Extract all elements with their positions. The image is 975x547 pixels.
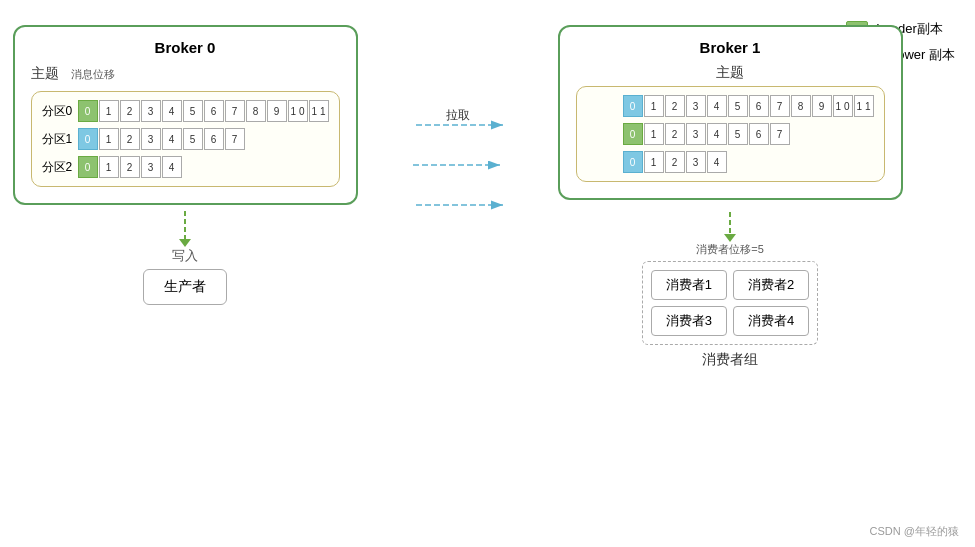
- broker1-partition1-row: 01234567: [587, 123, 874, 145]
- cell: 6: [204, 100, 224, 122]
- broker0-partition2-row: 分区2 01234: [42, 156, 329, 178]
- broker0-topic-inner: 分区0 01234567891 01 1 分区1 01234567 分区2 01…: [31, 91, 340, 187]
- cell: 3: [141, 128, 161, 150]
- cell: 3: [686, 95, 706, 117]
- cell: 1 0: [288, 100, 308, 122]
- consumer3-box: 消费者3: [651, 306, 727, 336]
- broker1-partition0-row: 01234567891 01 1: [587, 95, 874, 117]
- cell: 5: [728, 95, 748, 117]
- cell: 0: [623, 95, 643, 117]
- cell: 3: [141, 156, 161, 178]
- cell: 2: [665, 123, 685, 145]
- cell: 1: [644, 95, 664, 117]
- cell: 4: [162, 128, 182, 150]
- cell: 7: [770, 95, 790, 117]
- write-label: 写入: [172, 247, 198, 265]
- cell: 3: [686, 151, 706, 173]
- broker0-partition2-cells: 01234: [78, 156, 182, 178]
- cell: 7: [770, 123, 790, 145]
- producer-box: 生产者: [143, 269, 227, 305]
- cell: 1 1: [854, 95, 874, 117]
- consumer-offset-arrow-svg: [720, 212, 740, 242]
- broker0-partition1-label: 分区1: [42, 131, 78, 148]
- cell: 0: [78, 100, 98, 122]
- consumer4-box: 消费者4: [733, 306, 809, 336]
- broker1-partition1-cells: 01234567: [623, 123, 790, 145]
- main-container: Leader副本 Follower 副本 Broker 0 主题 消息位移: [0, 0, 975, 547]
- consumer-group-label: 消费者组: [702, 351, 758, 369]
- cell: 2: [120, 100, 140, 122]
- cell: 4: [707, 123, 727, 145]
- cell: 8: [791, 95, 811, 117]
- cell: 4: [707, 151, 727, 173]
- consumer-group-area: 消费者位移=5 消费者1 消费者2 消费者3 消费者4 消费者组: [642, 208, 818, 369]
- broker0-title: Broker 0: [31, 39, 340, 56]
- broker0-topic-label: 主题: [31, 65, 59, 83]
- consumer-offset-label: 消费者位移=5: [696, 242, 764, 257]
- svg-text:拉取: 拉取: [446, 108, 470, 122]
- svg-marker-7: [724, 234, 736, 242]
- cell: 1: [644, 123, 664, 145]
- cell: 2: [665, 151, 685, 173]
- consumer1-box: 消费者1: [651, 270, 727, 300]
- cell: 7: [225, 100, 245, 122]
- cell: 5: [183, 100, 203, 122]
- broker0-partition0-row: 分区0 01234567891 01 1: [42, 100, 329, 122]
- consumers-grid: 消费者1 消费者2 消费者3 消费者4: [642, 261, 818, 345]
- cell: 4: [162, 156, 182, 178]
- broker1-title: Broker 1: [576, 39, 885, 56]
- cell: 8: [246, 100, 266, 122]
- cell: 1 0: [833, 95, 853, 117]
- broker0-partition2-label: 分区2: [42, 159, 78, 176]
- cell: 7: [225, 128, 245, 150]
- broker0-partition1-cells: 01234567: [78, 128, 245, 150]
- cell: 3: [141, 100, 161, 122]
- footer: CSDN @年轻的猿: [870, 524, 959, 539]
- cell: 5: [728, 123, 748, 145]
- broker0-partition1-row: 分区1 01234567: [42, 128, 329, 150]
- cell: 1 1: [309, 100, 329, 122]
- broker0-partition0-cells: 01234567891 01 1: [78, 100, 329, 122]
- consumer2-box: 消费者2: [733, 270, 809, 300]
- cell: 6: [749, 123, 769, 145]
- cell: 2: [120, 156, 140, 178]
- cell: 0: [623, 123, 643, 145]
- broker1-topic-inner: 01234567891 01 1 01234567 01234: [576, 86, 885, 182]
- broker0-partition0-label: 分区0: [42, 103, 78, 120]
- cell: 6: [749, 95, 769, 117]
- cell: 5: [183, 128, 203, 150]
- cell: 1: [644, 151, 664, 173]
- cell: 9: [267, 100, 287, 122]
- cell: 1: [99, 100, 119, 122]
- cell: 3: [686, 123, 706, 145]
- cell: 2: [120, 128, 140, 150]
- svg-marker-1: [179, 239, 191, 247]
- cell: 0: [78, 156, 98, 178]
- cell: 2: [665, 95, 685, 117]
- broker1-topic-label: 主题: [576, 64, 885, 82]
- cell: 4: [162, 100, 182, 122]
- cell: 1: [99, 128, 119, 150]
- inter-broker-arrows-svg: 拉取: [408, 105, 508, 225]
- write-arrow-svg: [175, 211, 195, 247]
- cell: 4: [707, 95, 727, 117]
- broker1-partition2-cells: 01234: [623, 151, 727, 173]
- msg-offset-label: 消息位移: [71, 68, 115, 80]
- broker1-box: Broker 1 主题 01234567891 01 1 01234567: [558, 25, 903, 200]
- cell: 9: [812, 95, 832, 117]
- cell: 1: [99, 156, 119, 178]
- broker0-box: Broker 0 主题 消息位移 分区0 01234567891 01 1: [13, 25, 358, 205]
- cell: 0: [78, 128, 98, 150]
- broker1-partition2-row: 01234: [587, 151, 874, 173]
- cell: 6: [204, 128, 224, 150]
- broker1-partition0-cells: 01234567891 01 1: [623, 95, 874, 117]
- cell: 0: [623, 151, 643, 173]
